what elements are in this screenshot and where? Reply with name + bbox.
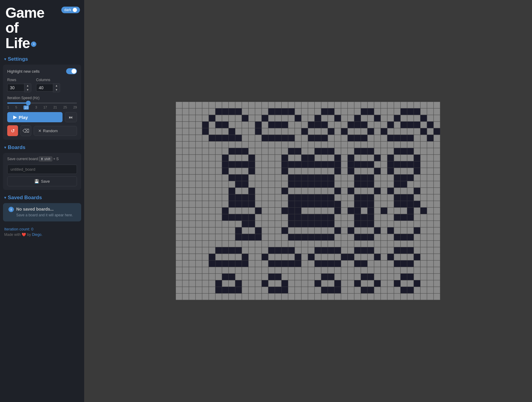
rows-spinner: ▲ ▼ xyxy=(24,83,31,92)
saved-boards-body: i No saved boards... Save a board and it… xyxy=(3,203,81,221)
author-link[interactable]: Diego. xyxy=(32,233,42,237)
reset-button[interactable]: ↺ xyxy=(7,125,18,136)
rows-down[interactable]: ▼ xyxy=(24,88,31,92)
play-label: Play xyxy=(19,115,28,120)
highlight-toggle[interactable] xyxy=(66,68,77,74)
rows-cols-row: Rows ▲ ▼ Columns ▲ ▼ xyxy=(7,78,77,92)
iter-value: 0 xyxy=(31,227,33,231)
random-icon: ✕ xyxy=(38,129,41,133)
random-label: Random xyxy=(43,129,58,133)
cols-spinner: ▲ ▼ xyxy=(53,83,60,92)
eraser-icon: ⌫ xyxy=(23,128,29,134)
control-row: ↺ ⌫ ✕ Random xyxy=(7,125,77,136)
rows-label: Rows xyxy=(7,78,31,82)
speed-slider-container xyxy=(7,102,77,104)
saved-boards-info-icon: i xyxy=(8,207,14,212)
boards-label: Boards xyxy=(8,145,26,151)
game-grid[interactable] xyxy=(176,102,440,300)
slider-track xyxy=(7,102,77,104)
title-area: Game of Lifei dark xyxy=(0,0,84,54)
cols-input-wrapper: ▲ ▼ xyxy=(36,83,60,92)
save-label: Save xyxy=(41,179,50,184)
settings-section-header[interactable]: ▾ Settings xyxy=(0,54,84,65)
step-icon: ⏭ xyxy=(69,115,73,120)
no-boards-desc: Save a board and it will apear here. xyxy=(16,213,73,218)
boards-section-header[interactable]: ▾ Boards xyxy=(0,142,84,153)
rows-input[interactable] xyxy=(7,84,24,92)
rows-field: Rows ▲ ▼ xyxy=(7,78,31,92)
footer: Iteration count: 0 Made with ❤️ by Diego… xyxy=(0,224,84,239)
cols-down[interactable]: ▼ xyxy=(53,88,60,92)
no-boards-title: No saved boards... xyxy=(16,207,73,212)
iter-speed-label: Iteration Speed (Hz) xyxy=(7,96,77,100)
cols-input[interactable] xyxy=(36,84,53,92)
settings-chevron: ▾ xyxy=(4,57,6,61)
rows-up[interactable]: ▲ xyxy=(24,84,31,88)
play-row: ▶ Play ⏭ xyxy=(7,112,77,122)
settings-body: Highlight new cells Rows ▲ ▼ Columns xyxy=(3,65,81,140)
play-icon: ▶ xyxy=(13,114,17,120)
cols-label: Columns xyxy=(36,78,60,82)
saved-boards-chevron: ▾ xyxy=(4,196,6,200)
iter-count: Iteration count: 0 xyxy=(4,227,80,231)
sidebar: Game of Lifei dark ▾ Settings Highlight … xyxy=(0,0,84,402)
boards-body: Save current board ⬆ shift + S 💾 Save xyxy=(3,153,81,190)
save-icon: 💾 xyxy=(34,179,39,184)
info-icon[interactable]: i xyxy=(31,41,36,47)
cols-up[interactable]: ▲ xyxy=(53,84,60,88)
highlight-row: Highlight new cells xyxy=(7,68,77,74)
rows-input-wrapper: ▲ ▼ xyxy=(7,83,31,92)
board-name-input[interactable] xyxy=(7,165,77,174)
saved-boards-info-row: i No saved boards... Save a board and it… xyxy=(7,207,77,218)
cols-field: Columns ▲ ▼ xyxy=(36,78,60,92)
shift-key: ⬆ shift xyxy=(39,157,52,161)
made-with: Made with ❤️ by Diego. xyxy=(4,233,80,237)
slider-thumb[interactable] xyxy=(26,101,31,105)
saved-boards-section-header[interactable]: ▾ Saved Boards xyxy=(0,192,84,203)
dark-mode-toggle[interactable]: dark xyxy=(61,7,80,13)
reset-icon: ↺ xyxy=(11,128,15,134)
eraser-button[interactable]: ⌫ xyxy=(20,125,31,136)
play-button[interactable]: ▶ Play xyxy=(7,112,63,122)
save-board-hint: Save current board ⬆ shift + S xyxy=(7,157,77,162)
toggle-knob xyxy=(73,8,77,12)
settings-label: Settings xyxy=(8,56,28,62)
save-board-button[interactable]: 💾 Save xyxy=(7,176,77,186)
slider-fill xyxy=(7,102,28,104)
boards-chevron: ▾ xyxy=(4,145,6,150)
speed-ticks: 1 5 10 3 17 21 25 29 xyxy=(7,105,77,110)
saved-boards-label: Saved Boards xyxy=(8,195,42,201)
random-button[interactable]: ✕ Random xyxy=(34,126,77,136)
step-button[interactable]: ⏭ xyxy=(65,112,77,122)
highlight-label: Highlight new cells xyxy=(7,69,40,74)
main-area xyxy=(84,0,532,402)
